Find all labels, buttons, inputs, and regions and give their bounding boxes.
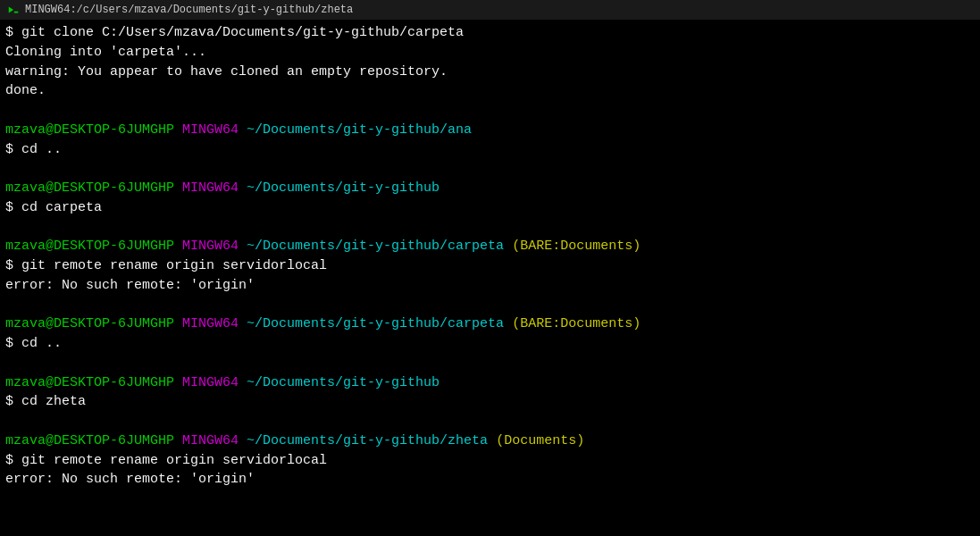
prompt-mingw: MINGW64: [182, 316, 239, 331]
terminal-line: mzava@DESKTOP-6JUMGHP MINGW64 ~/Document…: [5, 121, 975, 140]
output-text: done.: [5, 83, 46, 98]
terminal-line: error: No such remote: 'origin': [5, 470, 975, 490]
prompt-path: ~/Documents/git-y-github: [247, 180, 440, 196]
terminal-line: $ cd ..: [5, 334, 975, 354]
terminal-line: $ cd ..: [5, 140, 975, 160]
prompt-space: [174, 180, 182, 196]
prompt-space: [174, 316, 182, 331]
title-bar: MINGW64:/c/Users/mzava/Documents/git-y-g…: [0, 0, 980, 20]
prompt-user: mzava@DESKTOP-6JUMGHP: [5, 375, 174, 390]
prompt-space: [174, 239, 182, 254]
terminal-line: $ git clone C:/Users/mzava/Documents/git…: [5, 23, 975, 43]
prompt-mingw: MINGW64: [182, 239, 239, 254]
terminal-line: warning: You appear to have cloned an em…: [5, 63, 975, 82]
prompt-dollar: $: [5, 25, 21, 40]
prompt-dollar: $: [5, 453, 21, 468]
prompt-branch: (Documents): [488, 433, 584, 448]
prompt-path: ~/Documents/git-y-github/carpeta: [247, 316, 504, 331]
prompt-space2: [239, 122, 247, 138]
prompt-space2: [239, 433, 247, 448]
terminal-line: done.: [5, 81, 975, 101]
terminal-line: [5, 159, 975, 179]
prompt-user: mzava@DESKTOP-6JUMGHP: [5, 316, 174, 331]
prompt-dollar: $: [5, 142, 21, 157]
prompt-space: [174, 375, 182, 390]
prompt-user: mzava@DESKTOP-6JUMGHP: [5, 433, 174, 448]
prompt-path: ~/Documents/git-y-github: [247, 375, 440, 390]
terminal-line: $ cd zheta: [5, 392, 975, 412]
terminal-line: [5, 412, 975, 431]
terminal-line: mzava@DESKTOP-6JUMGHP MINGW64 ~/Document…: [5, 237, 975, 256]
svg-rect-2: [14, 12, 18, 13]
prompt-path: ~/Documents/git-y-github/carpeta: [247, 239, 504, 254]
terminal-line: mzava@DESKTOP-6JUMGHP MINGW64 ~/Document…: [5, 373, 975, 393]
prompt-space2: [239, 316, 247, 331]
terminal-line: mzava@DESKTOP-6JUMGHP MINGW64 ~/Document…: [5, 314, 975, 334]
prompt-user: mzava@DESKTOP-6JUMGHP: [5, 122, 174, 138]
prompt-branch: (BARE:Documents): [504, 239, 641, 254]
prompt-dollar: $: [5, 258, 21, 273]
cmd-text: cd zheta: [21, 394, 86, 409]
prompt-user: mzava@DESKTOP-6JUMGHP: [5, 180, 174, 196]
prompt-user: mzava@DESKTOP-6JUMGHP: [5, 239, 174, 254]
prompt-dollar: $: [5, 394, 21, 409]
terminal-line: $ git remote rename origin servidorlocal: [5, 451, 975, 471]
cmd-text: git clone C:/Users/mzava/Documents/git-y…: [21, 25, 464, 40]
prompt-dollar: $: [5, 200, 21, 215]
prompt-dollar: $: [5, 336, 21, 351]
terminal-line: [5, 296, 975, 315]
terminal-line: $ git remote rename origin servidorlocal: [5, 256, 975, 276]
output-text: warning: You appear to have cloned an em…: [5, 64, 448, 80]
terminal-line: Cloning into 'carpeta'...: [5, 43, 975, 63]
cmd-text: git remote rename origin servidorlocal: [21, 453, 327, 468]
terminal-line: mzava@DESKTOP-6JUMGHP MINGW64 ~/Document…: [5, 179, 975, 198]
output-text: error: No such remote: 'origin': [5, 472, 255, 487]
prompt-space: [174, 433, 182, 448]
cmd-text: cd carpeta: [21, 200, 102, 215]
terminal-icon: [7, 4, 20, 16]
prompt-space2: [239, 375, 247, 390]
prompt-mingw: MINGW64: [182, 180, 239, 196]
prompt-space2: [239, 180, 247, 196]
terminal-window[interactable]: $ git clone C:/Users/mzava/Documents/git…: [0, 20, 980, 536]
title-bar-text: MINGW64:/c/Users/mzava/Documents/git-y-g…: [25, 4, 353, 16]
terminal-line: mzava@DESKTOP-6JUMGHP MINGW64 ~/Document…: [5, 431, 975, 451]
output-text: Cloning into 'carpeta'...: [5, 45, 206, 60]
cmd-text: cd ..: [21, 336, 62, 351]
prompt-mingw: MINGW64: [182, 122, 239, 138]
prompt-mingw: MINGW64: [182, 433, 239, 448]
cmd-text: cd ..: [21, 142, 62, 157]
cmd-text: git remote rename origin servidorlocal: [21, 258, 327, 273]
prompt-space: [174, 122, 182, 138]
output-text: error: No such remote: 'origin': [5, 278, 255, 293]
terminal-line: [5, 354, 975, 373]
terminal-line: $ cd carpeta: [5, 198, 975, 218]
prompt-branch: (BARE:Documents): [504, 316, 641, 331]
prompt-mingw: MINGW64: [182, 375, 239, 390]
prompt-path: ~/Documents/git-y-github/ana: [247, 122, 472, 138]
terminal-line: [5, 101, 975, 121]
prompt-path: ~/Documents/git-y-github/zheta: [247, 433, 488, 448]
terminal-line: error: No such remote: 'origin': [5, 276, 975, 296]
prompt-space2: [239, 239, 247, 254]
terminal-line: [5, 218, 975, 238]
